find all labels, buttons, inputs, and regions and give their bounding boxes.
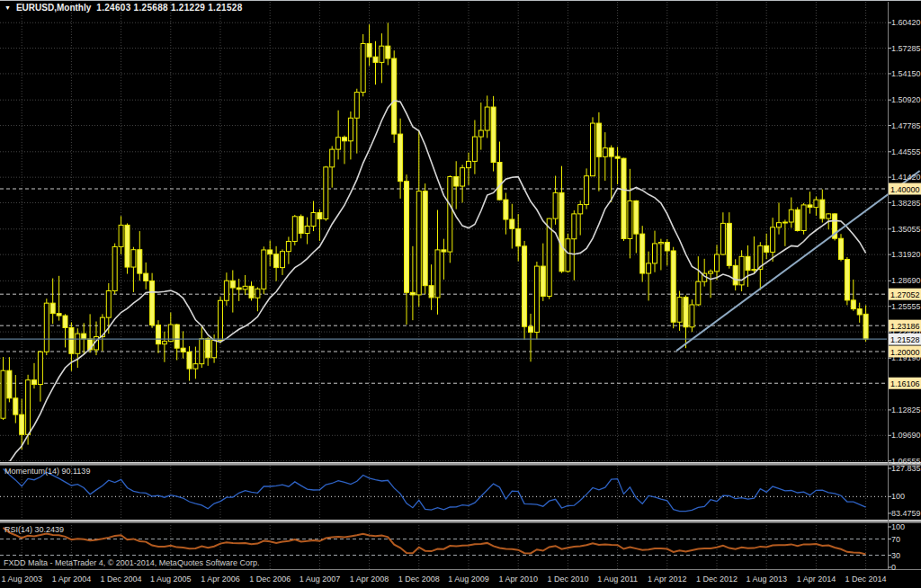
rsi-indicator-label: RSI(14) 30.2439 [4,525,64,534]
ohlc-readout: 1.24603 1.25688 1.21229 1.21528 [96,3,242,13]
chart-window: 1.604201.572851.541501.509201.477851.445… [0,0,921,588]
symbol-timeframe: EURUSD,Monthly [16,3,91,13]
price-axis[interactable] [888,0,921,569]
copyright-text: FXDD Malta - MetaTrader 4, © 2001-2014, … [4,558,259,567]
chart-title: ▼ EURUSD,Monthly 1.24603 1.25688 1.21229… [4,3,243,13]
momentum-indicator-label: Momentum(14) 90.1139 [4,467,90,476]
price-chart-canvas[interactable]: 1.604201.572851.541501.509201.477851.445… [0,0,921,588]
symbol-dropdown-icon[interactable]: ▼ [4,4,11,13]
time-axis[interactable] [0,570,888,588]
